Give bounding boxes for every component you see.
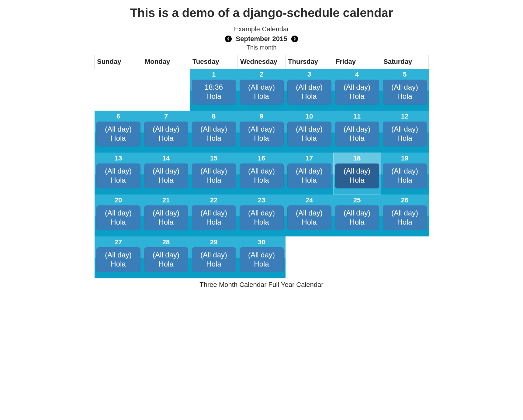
day-number: 25 bbox=[335, 196, 379, 204]
calendar-day-cell[interactable]: 23(All day)Hola bbox=[238, 195, 286, 236]
day-number: 18 bbox=[335, 154, 379, 162]
calendar-day-cell[interactable]: 11(All day)Hola bbox=[333, 111, 381, 153]
calendar-event[interactable]: (All day)Hola bbox=[335, 80, 379, 105]
event-title: Hola bbox=[194, 260, 234, 269]
calendar-day-cell[interactable]: 19(All day)Hola bbox=[381, 153, 429, 195]
calendar-event[interactable]: (All day)Hola bbox=[240, 247, 284, 272]
calendar-day-cell[interactable]: 5(All day)Hola bbox=[381, 69, 429, 111]
calendar-day-cell[interactable]: 26(All day)Hola bbox=[381, 195, 429, 236]
month-label: September 2015 bbox=[236, 35, 287, 43]
day-number: 8 bbox=[192, 112, 236, 120]
calendar-day-cell[interactable]: 27(All day)Hola bbox=[95, 236, 142, 278]
calendar-event[interactable]: (All day)Hola bbox=[383, 164, 427, 188]
calendar-day-cell[interactable]: 118:36Hola bbox=[190, 69, 238, 111]
calendar-day-cell[interactable]: 29(All day)Hola bbox=[190, 236, 238, 278]
calendar-day-cell[interactable]: 10(All day)Hola bbox=[286, 111, 333, 153]
calendar-day-cell[interactable]: 12(All day)Hola bbox=[381, 111, 429, 153]
three-month-calendar-link[interactable]: Three Month Calendar bbox=[199, 281, 266, 288]
event-time: (All day) bbox=[385, 125, 425, 134]
weekday-header: Wednesday bbox=[238, 55, 286, 69]
calendar-event[interactable]: (All day)Hola bbox=[96, 164, 140, 188]
calendar-day-cell[interactable]: 30(All day)Hola bbox=[238, 236, 286, 278]
event-time: (All day) bbox=[385, 83, 425, 92]
footer-links: Three Month Calendar Full Year Calendar bbox=[94, 281, 429, 295]
calendar-event[interactable]: (All day)Hola bbox=[383, 205, 427, 230]
calendar-event[interactable]: (All day)Hola bbox=[192, 164, 236, 188]
calendar-day-cell[interactable]: 6(All day)Hola bbox=[95, 111, 142, 153]
calendar-day-cell[interactable]: 3(All day)Hola bbox=[286, 69, 333, 111]
weekday-header: Tuesday bbox=[190, 55, 238, 69]
calendar-event[interactable]: (All day)Hola bbox=[240, 80, 284, 105]
calendar-event[interactable]: (All day)Hola bbox=[144, 205, 188, 230]
calendar-day-cell[interactable]: 7(All day)Hola bbox=[142, 111, 190, 153]
day-number: 12 bbox=[383, 112, 427, 120]
calendar-event[interactable]: (All day)Hola bbox=[144, 164, 188, 188]
event-time: (All day) bbox=[241, 208, 282, 218]
calendar-day-cell[interactable]: 13(All day)Hola bbox=[95, 153, 142, 195]
event-title: Hola bbox=[146, 134, 186, 143]
calendar-event[interactable]: (All day)Hola bbox=[287, 122, 331, 146]
calendar-day-cell[interactable]: 15(All day)Hola bbox=[190, 153, 238, 195]
calendar-day-cell[interactable]: 25(All day)Hola bbox=[333, 195, 381, 236]
prev-month-button[interactable] bbox=[225, 36, 232, 42]
event-time: 18:36 bbox=[194, 83, 234, 92]
calendar-event[interactable]: (All day)Hola bbox=[240, 205, 284, 230]
full-year-calendar-link[interactable]: Full Year Calendar bbox=[268, 281, 324, 288]
day-number: 21 bbox=[144, 196, 188, 204]
calendar-day-cell[interactable]: 17(All day)Hola bbox=[286, 153, 333, 195]
calendar-day-cell[interactable]: 22(All day)Hola bbox=[190, 195, 238, 236]
calendar-day-cell[interactable]: 9(All day)Hola bbox=[238, 111, 286, 153]
event-time: (All day) bbox=[194, 250, 234, 260]
calendar-day-cell[interactable]: 14(All day)Hola bbox=[142, 153, 190, 195]
event-title: Hola bbox=[194, 176, 234, 185]
event-time: (All day) bbox=[146, 208, 186, 218]
calendar-event[interactable]: (All day)Hola bbox=[240, 122, 284, 146]
calendar-day-cell[interactable]: 16(All day)Hola bbox=[238, 153, 286, 195]
calendar-event[interactable]: (All day)Hola bbox=[96, 205, 140, 230]
event-title: Hola bbox=[385, 134, 425, 143]
calendar-day-cell[interactable]: 2(All day)Hola bbox=[238, 69, 286, 111]
event-time: (All day) bbox=[146, 167, 186, 176]
day-number: 17 bbox=[287, 154, 331, 162]
day-number: 7 bbox=[144, 112, 188, 120]
calendar-event[interactable]: (All day)Hola bbox=[287, 205, 331, 230]
event-time: (All day) bbox=[289, 83, 330, 92]
calendar-event[interactable]: 18:36Hola bbox=[192, 80, 236, 105]
calendar-day-cell[interactable]: 18(All day)Hola bbox=[333, 153, 381, 195]
day-number: 2 bbox=[240, 71, 284, 78]
calendar-day-cell[interactable]: 20(All day)Hola bbox=[95, 195, 142, 236]
calendar-event[interactable]: (All day)Hola bbox=[192, 122, 236, 146]
calendar-day-cell bbox=[142, 69, 190, 111]
calendar-event[interactable]: (All day)Hola bbox=[96, 247, 140, 272]
calendar-event[interactable]: (All day)Hola bbox=[287, 80, 331, 105]
calendar-event[interactable]: (All day)Hola bbox=[287, 164, 331, 188]
calendar-event[interactable]: (All day)Hola bbox=[144, 122, 188, 146]
calendar-day-cell[interactable]: 28(All day)Hola bbox=[142, 236, 190, 278]
calendar-day-cell[interactable]: 4(All day)Hola bbox=[333, 69, 381, 111]
weekday-header: Thursday bbox=[286, 55, 333, 69]
calendar-event[interactable]: (All day)Hola bbox=[383, 80, 427, 105]
event-time: (All day) bbox=[146, 250, 186, 260]
this-month-link[interactable]: This month bbox=[94, 44, 429, 51]
calendar-event[interactable]: (All day)Hola bbox=[240, 164, 284, 188]
page-title: This is a demo of a django-schedule cale… bbox=[94, 6, 429, 20]
event-title: Hola bbox=[98, 218, 139, 227]
calendar-event[interactable]: (All day)Hola bbox=[192, 205, 236, 230]
day-number: 3 bbox=[287, 71, 331, 78]
calendar-event[interactable]: (All day)Hola bbox=[192, 247, 236, 272]
calendar-day-cell[interactable]: 24(All day)Hola bbox=[286, 195, 333, 236]
day-number: 11 bbox=[335, 112, 379, 120]
calendar-event[interactable]: (All day)Hola bbox=[335, 122, 379, 146]
calendar-event[interactable]: (All day)Hola bbox=[335, 164, 379, 188]
next-month-button[interactable] bbox=[291, 36, 298, 42]
event-time: (All day) bbox=[194, 125, 234, 134]
event-time: (All day) bbox=[194, 167, 234, 176]
calendar-event[interactable]: (All day)Hola bbox=[144, 247, 188, 272]
calendar-day-cell[interactable]: 8(All day)Hola bbox=[190, 111, 238, 153]
calendar-event[interactable]: (All day)Hola bbox=[96, 122, 140, 146]
event-title: Hola bbox=[98, 260, 139, 269]
calendar-event[interactable]: (All day)Hola bbox=[383, 122, 427, 146]
calendar-event[interactable]: (All day)Hola bbox=[335, 205, 379, 230]
event-time: (All day) bbox=[289, 125, 330, 134]
calendar-day-cell[interactable]: 21(All day)Hola bbox=[142, 195, 190, 236]
